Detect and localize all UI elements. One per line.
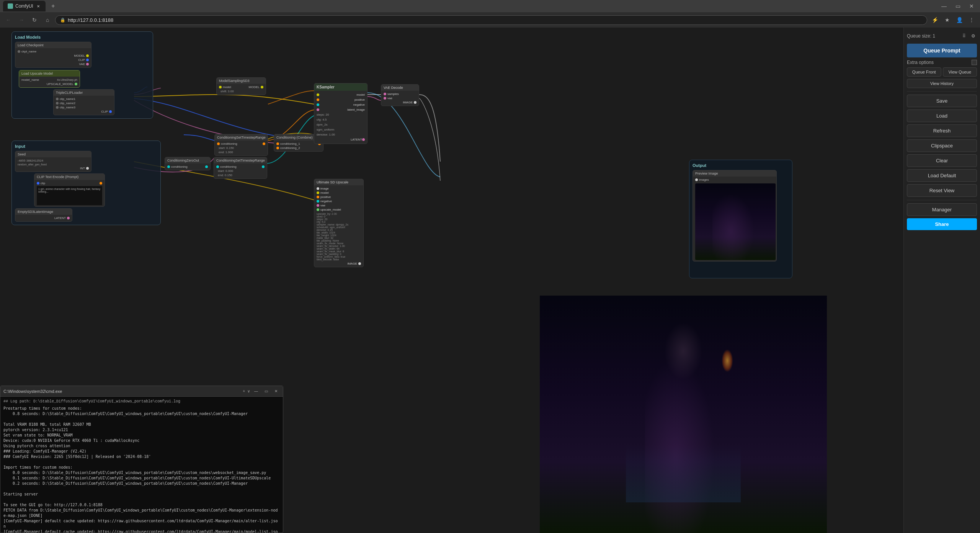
- model-sampling-node[interactable]: ModelSamplingSD3 model MODEL shift: 3.00: [216, 77, 266, 95]
- preview-image-node[interactable]: Preview Image images: [693, 170, 777, 262]
- main-content: Load Models Load Checkpoint ckpt_name MO…: [0, 28, 980, 533]
- node-row: start: 0.000: [216, 169, 265, 173]
- forward-button[interactable]: →: [16, 15, 27, 25]
- browser-tab[interactable]: ComfyUI ✕: [3, 1, 46, 11]
- load-checkpoint-node[interactable]: Load Checkpoint ckpt_name MODEL CLIP: [15, 42, 91, 68]
- seed-node[interactable]: Seed -4855 3882412524 random_after_gen_f…: [15, 151, 91, 172]
- vae-decode-node[interactable]: VAE Decode samples vae IMAGE: [381, 84, 419, 106]
- clear-button[interactable]: Clear: [907, 154, 977, 167]
- terminal-controls: + ∨ — ▭ ✕: [243, 387, 280, 395]
- terminal-body[interactable]: ## Log path: D:\Stable_Diffusion\ComfyUI…: [0, 397, 283, 533]
- extensions-button[interactable]: ⚡: [929, 15, 940, 25]
- load-upscale-header: Load Upscale Model: [19, 70, 80, 77]
- lock-icon: 🔒: [60, 18, 65, 23]
- settings-icon[interactable]: ⚙: [969, 32, 977, 40]
- node-row: end: 0.150: [216, 173, 265, 177]
- extra-options-checkbox[interactable]: [972, 60, 977, 65]
- close-button[interactable]: ✕: [966, 1, 977, 11]
- ksampler-row: cfg: 4.5: [317, 117, 365, 122]
- minimize-button[interactable]: —: [939, 1, 949, 11]
- load-models-title: Load Models: [15, 35, 150, 39]
- ksampler-node[interactable]: KSampler model positive negative latent_…: [314, 83, 368, 144]
- tab-title: ComfyUI: [15, 3, 33, 9]
- node-row: image: [317, 186, 361, 191]
- cond-zero-header: ConditioningZeroOut: [165, 157, 210, 163]
- prompt-text-area[interactable]: 1 girl, anime character with long flowin…: [37, 186, 102, 205]
- terminal-minimize[interactable]: —: [252, 387, 260, 395]
- clipspace-button[interactable]: Clipspace: [907, 139, 977, 152]
- grid-icon[interactable]: ⠿: [960, 32, 968, 40]
- node-row: conditioning: [217, 142, 265, 146]
- save-button[interactable]: Save: [907, 95, 977, 107]
- new-tab-button[interactable]: +: [49, 2, 58, 11]
- title-bar: ComfyUI ✕ + — ▭ ✕: [0, 0, 980, 12]
- node-row: start: 0.150: [217, 146, 265, 150]
- canvas-area[interactable]: Load Models Load Checkpoint ckpt_name MO…: [0, 28, 903, 533]
- node-row: clip: [37, 181, 102, 185]
- bookmark-button[interactable]: ★: [942, 15, 952, 25]
- tab-close-button[interactable]: ✕: [36, 3, 41, 9]
- triple-clip-header: TripleCLIPLoader: [54, 90, 114, 96]
- queue-prompt-button[interactable]: Queue Prompt: [907, 44, 977, 57]
- home-button[interactable]: ⌂: [42, 15, 53, 25]
- reset-view-button[interactable]: Reset View: [907, 184, 977, 197]
- load-upscale-model-node[interactable]: Load Upscale Model model_name 4x-UltraSh…: [19, 70, 80, 88]
- restore-button[interactable]: ▭: [952, 1, 963, 11]
- terminal-title-text: C:\Windows\system32\cmd.exe: [3, 389, 240, 394]
- node-row: IMAGE: [384, 100, 416, 105]
- load-default-button[interactable]: Load Default: [907, 169, 977, 182]
- node-row: vae: [317, 203, 361, 208]
- node-row: conditioning: [216, 165, 265, 169]
- conditioning-zero-node[interactable]: ConditioningZeroOut conditioning: [165, 157, 211, 170]
- cond-range1-header: ConditioningSetTimestepRange: [215, 134, 268, 141]
- extra-options-label: Extra options: [907, 60, 934, 65]
- ksampler-row: sgm_uniform: [317, 127, 365, 132]
- node-row: vae: [384, 96, 416, 100]
- extra-options-row: Extra options: [907, 60, 977, 65]
- model-sampling-header: ModelSamplingSD3: [217, 78, 266, 84]
- empty-latent-node[interactable]: EmptySD3LatentImage LATENT: [15, 208, 72, 222]
- node-row: positive: [317, 195, 361, 199]
- node-row: conditioning: [167, 165, 208, 169]
- divider-2: [907, 200, 977, 200]
- queue-front-button[interactable]: Queue Front: [907, 67, 941, 77]
- node-row: VAE: [18, 62, 89, 66]
- refresh-button[interactable]: Refresh: [907, 124, 977, 137]
- node-row: UPSCALE_MODEL: [21, 82, 77, 86]
- queue-header: Queue size: 1 ⠿ ⚙: [907, 31, 977, 41]
- ksampler-row: positive: [317, 97, 365, 102]
- queue-buttons-row: Queue Front View Queue: [907, 67, 977, 77]
- node-row: model_name 4x-UltraSharp.ph: [21, 78, 77, 82]
- conditioning-range1-node[interactable]: ConditioningSetTimestepRange conditionin…: [214, 134, 268, 156]
- nav-right-icons: ⚡ ★ 👤 ⋮: [929, 15, 977, 25]
- share-button[interactable]: Share: [907, 218, 977, 230]
- node-row: ckpt_name: [18, 49, 89, 54]
- node-row: samples: [384, 92, 416, 96]
- preview-image-header: Preview Image: [693, 170, 776, 177]
- triple-clip-loader-node[interactable]: TripleCLIPLoader clip_name1 clip_name2 c…: [53, 89, 114, 115]
- view-history-button[interactable]: View History: [907, 79, 977, 88]
- input-title: Input: [15, 144, 157, 149]
- view-queue-button[interactable]: View Queue: [943, 67, 977, 77]
- back-button[interactable]: ←: [3, 15, 14, 25]
- terminal-close[interactable]: ✕: [272, 387, 280, 395]
- ultimate-sd-upscale-node[interactable]: Ultimate SD Upscale image model positive…: [314, 179, 364, 267]
- refresh-nav-button[interactable]: ↻: [29, 15, 40, 25]
- address-bar[interactable]: 🔒 http://127.0.0.1:8188: [55, 15, 927, 25]
- load-button[interactable]: Load: [907, 110, 977, 122]
- queue-icons: ⠿ ⚙: [960, 32, 977, 40]
- manager-button[interactable]: Manager: [907, 203, 977, 216]
- conditioning-range2-node[interactable]: ConditioningSetTimestepRange conditionin…: [214, 157, 267, 179]
- vae-decode-header: VAE Decode: [381, 85, 419, 91]
- node-row: end: 1.000: [217, 150, 265, 154]
- input-panel: Input Seed -4855 3882412524 random_after…: [11, 141, 161, 225]
- terminal-dropdown[interactable]: ∨: [247, 389, 250, 393]
- clip-text-encode-node[interactable]: CLIP Text Encode (Prompt) clip 1 girl, a…: [34, 173, 105, 207]
- terminal-new-tab[interactable]: +: [243, 389, 245, 393]
- profile-button[interactable]: 👤: [954, 15, 965, 25]
- terminal-maximize[interactable]: ▭: [262, 387, 270, 395]
- node-row: MODEL: [18, 54, 89, 58]
- ksampler-row: steps: 20: [317, 112, 365, 117]
- menu-button[interactable]: ⋮: [966, 15, 977, 25]
- node-row: clip_name1: [56, 97, 112, 101]
